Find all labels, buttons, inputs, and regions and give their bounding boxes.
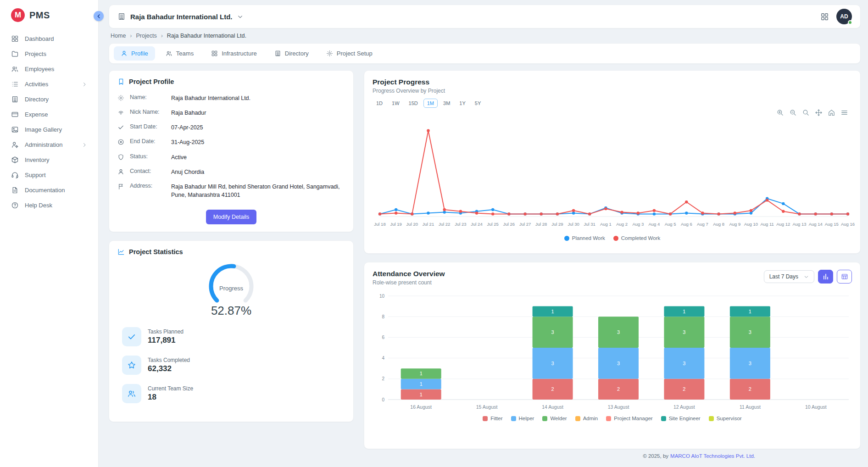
sidebar-item-help-desk[interactable]: Help Desk — [0, 198, 98, 213]
apps-grid-button[interactable] — [820, 12, 829, 21]
sidebar-item-label: Inventory — [25, 156, 49, 163]
svg-text:Aug 10: Aug 10 — [744, 222, 758, 227]
svg-text:Aug 3: Aug 3 — [632, 222, 644, 227]
range-5y[interactable]: 5Y — [471, 99, 484, 108]
sidebar-item-inventory[interactable]: Inventory — [0, 152, 98, 167]
progress-line-chart[interactable]: Jul 18Jul 19Jul 20Jul 21Jul 22Jul 23Jul … — [373, 115, 852, 234]
sidebar-item-dashboard[interactable]: Dashboard — [0, 31, 98, 46]
sidebar-item-label: Projects — [25, 50, 46, 57]
svg-text:Jul 30: Jul 30 — [568, 222, 579, 227]
time-range-selector: 1D 1W 15D 1M 3M 1Y 5Y — [373, 99, 852, 108]
svg-text:1: 1 — [420, 392, 423, 397]
svg-text:1: 1 — [420, 381, 423, 387]
legend-item[interactable]: Completed Work — [613, 235, 660, 241]
legend-item[interactable]: Admin — [575, 416, 598, 421]
legend-item[interactable]: Fitter — [483, 416, 502, 421]
company-selector[interactable]: Raja Bahadur International Ltd. — [117, 12, 243, 21]
svg-text:3: 3 — [617, 329, 620, 335]
legend-item[interactable]: Planned Work — [564, 235, 605, 241]
dashboard-icon — [11, 35, 19, 43]
list-icon — [11, 80, 19, 88]
profile-field-start-date: Start Date:07-Apr-2025 — [117, 120, 345, 135]
range-15d[interactable]: 15D — [405, 99, 422, 108]
sidebar-item-image-gallery[interactable]: Image Gallery — [0, 122, 98, 137]
svg-text:Aug 8: Aug 8 — [713, 222, 724, 227]
table-view-toggle[interactable] — [837, 270, 852, 284]
bar-view-toggle[interactable] — [818, 270, 833, 284]
sidebar-item-documentation[interactable]: Documentation — [0, 183, 98, 198]
gauge-label: Progress — [197, 285, 266, 292]
svg-text:3: 3 — [683, 361, 685, 366]
select-value: Last 7 Days — [769, 273, 798, 280]
breadcrumb-home[interactable]: Home — [111, 33, 126, 39]
svg-text:Jul 19: Jul 19 — [390, 222, 402, 227]
range-1d[interactable]: 1D — [373, 99, 386, 108]
svg-text:12 August: 12 August — [673, 404, 695, 410]
svg-text:Aug 12: Aug 12 — [776, 222, 790, 227]
svg-text:2: 2 — [551, 386, 554, 392]
breadcrumb: Home › Projects › Raja Bahadur Internati… — [109, 28, 861, 43]
project-profile-card: Project Profile Name:Raja Bahadur Intern… — [109, 70, 354, 232]
check-icon — [127, 332, 136, 341]
tab-directory[interactable]: Directory — [267, 46, 316, 61]
sidebar-collapse-button[interactable] — [94, 11, 104, 21]
range-1w[interactable]: 1W — [388, 99, 403, 108]
sidebar-item-label: Help Desk — [25, 202, 52, 209]
attendance-range-select[interactable]: Last 7 Days — [764, 270, 814, 283]
field-label: Status: — [130, 153, 166, 160]
legend-item[interactable]: Site Engineer — [661, 416, 701, 421]
tab-infrastructure[interactable]: Infrastructure — [204, 46, 264, 61]
sidebar-item-projects[interactable]: Projects — [0, 46, 98, 61]
svg-text:3: 3 — [551, 329, 554, 335]
attendance-bar-chart[interactable]: 024681016 August11115 August14 August233… — [373, 290, 852, 415]
help-icon — [11, 201, 19, 209]
stat-value: 117,891 — [148, 336, 184, 345]
grid-icon — [211, 50, 218, 57]
svg-text:Jul 26: Jul 26 — [503, 222, 515, 227]
tab-project-setup[interactable]: Project Setup — [319, 46, 379, 61]
attendance-card-subtitle: Role-wise present count — [373, 279, 445, 286]
sidebar-item-employees[interactable]: Employees — [0, 61, 98, 77]
range-3m[interactable]: 3M — [440, 99, 454, 108]
project-statistics-card: Project Statistics Progress 52.87% Tasks… — [109, 240, 354, 422]
stat-value: 62,332 — [148, 364, 190, 373]
line-chart-legend: Planned WorkCompleted Work — [373, 235, 852, 241]
shield-icon — [117, 154, 124, 161]
svg-text:Jul 27: Jul 27 — [519, 222, 531, 227]
range-1m[interactable]: 1M — [423, 99, 438, 108]
right-column: Project Progress Progress Overview by Pr… — [364, 70, 861, 449]
svg-text:10 August: 10 August — [805, 404, 827, 410]
sidebar-item-support[interactable]: Support — [0, 167, 98, 183]
tab-profile[interactable]: Profile — [114, 46, 155, 61]
footer: © 2025, byMARCO AIoT Technologies Pvt. L… — [109, 453, 861, 459]
legend-item[interactable]: Helper — [511, 416, 534, 421]
svg-text:Aug 4: Aug 4 — [648, 222, 660, 227]
progress-gauge: Progress — [197, 261, 266, 308]
footer-link[interactable]: MARCO AIoT Technologies Pvt. Ltd. — [670, 453, 755, 459]
svg-text:3: 3 — [683, 329, 685, 335]
users-icon-box — [122, 384, 141, 403]
range-1y[interactable]: 1Y — [456, 99, 469, 108]
sidebar-item-activities[interactable]: Activities — [0, 77, 98, 92]
breadcrumb-projects[interactable]: Projects — [136, 33, 157, 39]
sidebar-item-directory[interactable]: Directory — [0, 92, 98, 107]
modify-details-button[interactable]: Modify Details — [206, 210, 257, 224]
avatar[interactable]: AD — [836, 9, 852, 24]
tab-teams[interactable]: Teams — [159, 46, 200, 61]
legend-item[interactable]: Supervisor — [709, 416, 742, 421]
sidebar-item-expense[interactable]: Expense — [0, 107, 98, 122]
svg-text:14 August: 14 August — [542, 404, 563, 410]
star-icon-box — [122, 356, 141, 375]
sidebar-item-label: Support — [25, 172, 46, 178]
attendance-overview-card: Attendance Overview Role-wise present co… — [364, 262, 861, 449]
legend-item[interactable]: Project Manager — [606, 416, 652, 421]
field-value: Active — [171, 153, 345, 161]
content: Project Profile Name:Raja Bahadur Intern… — [109, 70, 861, 449]
profile-card-title: Project Profile — [129, 78, 174, 85]
stat-tasks-completed: Tasks Completed62,332 — [122, 356, 345, 375]
stat-current-team-size: Current Team Size18 — [122, 384, 345, 403]
sidebar-item-administration[interactable]: Administration — [0, 137, 98, 152]
legend-item[interactable]: Welder — [542, 416, 567, 421]
svg-text:10: 10 — [379, 294, 385, 299]
credit-card-icon — [11, 111, 19, 118]
